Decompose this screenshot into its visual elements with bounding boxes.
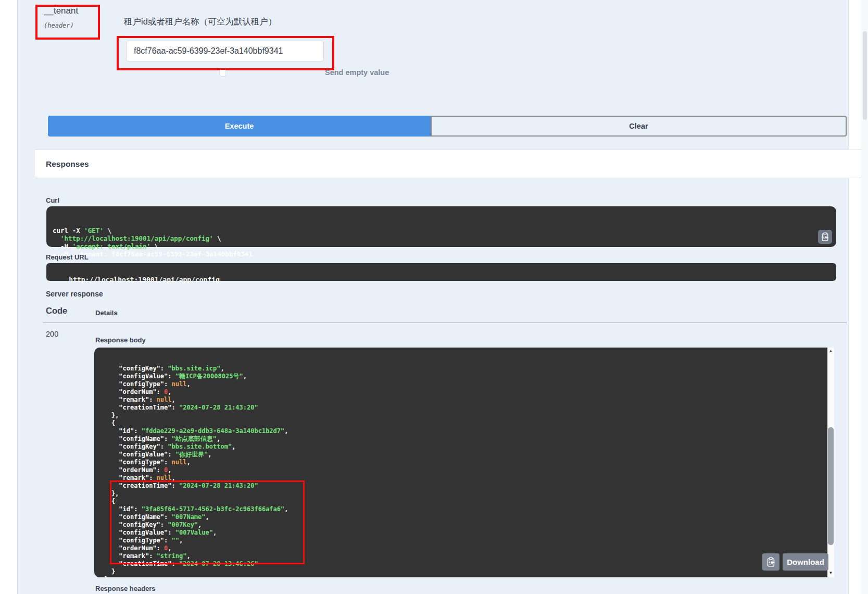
- clear-button[interactable]: Clear: [431, 116, 847, 137]
- responses-title: Responses: [46, 159, 89, 169]
- page-scrollbar-thumb[interactable]: [863, 31, 867, 120]
- response-copy-button[interactable]: [762, 553, 779, 571]
- request-url-block: http://localhost:19001/api/app/config: [46, 263, 836, 281]
- response-annotation-box: [110, 480, 305, 564]
- download-button[interactable]: Download: [783, 553, 828, 571]
- curl-block: curl -X 'GET' \ 'http://localhost:19001/…: [46, 206, 836, 247]
- scroll-down-icon[interactable]: ▼: [827, 570, 834, 576]
- clipboard-copy-icon: [821, 232, 829, 241]
- request-url-label: Request URL: [46, 253, 89, 261]
- code-column-header: Code: [46, 306, 67, 316]
- details-column-header: Details: [95, 309, 118, 317]
- scrollbar-thumb[interactable]: [828, 427, 834, 545]
- curl-code: curl -X 'GET' \ 'http://localhost:19001/…: [53, 227, 836, 258]
- curl-copy-button[interactable]: [818, 230, 832, 244]
- execute-button[interactable]: Execute: [48, 116, 431, 137]
- param-annotation-box: [35, 5, 100, 40]
- opblock: __tenant (header) 租户id或者租户名称（可空为默认租户） Se…: [17, 0, 849, 594]
- scroll-up-icon[interactable]: ▲: [827, 348, 834, 354]
- value-annotation-box: [117, 36, 334, 70]
- response-body-label: Response body: [95, 336, 146, 344]
- status-code: 200: [46, 330, 58, 338]
- clipboard-copy-icon: [766, 557, 776, 567]
- response-headers-label: Response headers: [95, 585, 156, 592]
- send-empty-label: Send empty value: [325, 68, 389, 77]
- server-response-label: Server response: [46, 290, 103, 298]
- responses-header-band: [35, 150, 865, 178]
- curl-label: Curl: [46, 196, 59, 204]
- send-empty-checkbox[interactable]: [219, 70, 226, 77]
- param-description: 租户id或者租户名称（可空为默认租户）: [124, 16, 276, 28]
- table-divider: [43, 323, 847, 323]
- request-url-value: http://localhost:19001/api/app/config: [69, 276, 220, 283]
